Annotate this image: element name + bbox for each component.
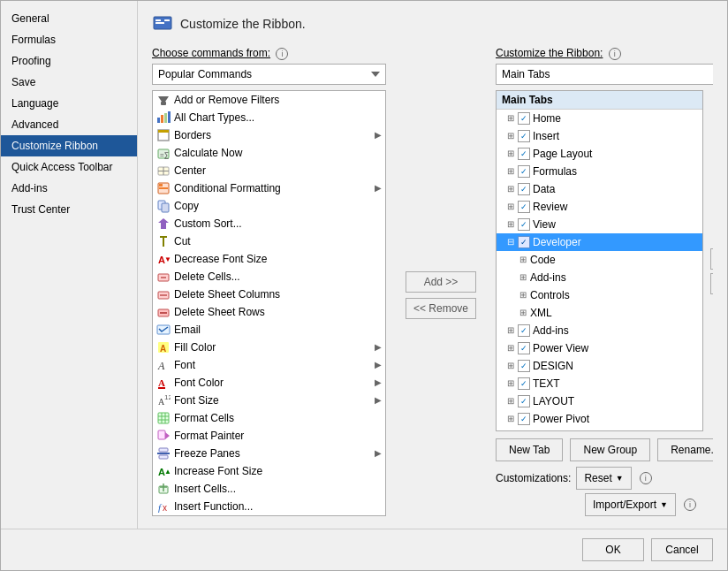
expand-data-icon[interactable]: ⊞ [504, 182, 518, 196]
tree-item-power-pivot[interactable]: ⊞ ✓ Power Pivot [497, 410, 702, 428]
expand-view-icon[interactable]: ⊞ [504, 217, 518, 232]
tree-item-addins-child[interactable]: ⊞ Add-ins [497, 269, 702, 286]
tree-item-insert[interactable]: ⊞ ✓ Insert [497, 127, 702, 145]
expand-page-layout-icon[interactable]: ⊞ [504, 147, 518, 161]
list-item[interactable]: Format Cells [153, 409, 385, 427]
expand-controls-icon[interactable]: ⊞ [516, 288, 530, 302]
sidebar-item-formulas[interactable]: Formulas [1, 29, 137, 50]
list-item[interactable]: Add or Remove Filters [153, 91, 385, 109]
ribbon-type-dropdown[interactable]: Main Tabs Tool Tabs All Tabs [496, 64, 713, 85]
check-home[interactable]: ✓ [518, 112, 530, 125]
expand-home-icon[interactable]: ⊞ [504, 111, 518, 126]
sidebar-item-customize-ribbon[interactable]: Customize Ribbon [1, 135, 137, 156]
ok-button[interactable]: OK [582, 538, 644, 561]
tree-item-view[interactable]: ⊞ ✓ View [497, 216, 702, 233]
expand-formulas-icon[interactable]: ⊞ [504, 164, 518, 179]
move-down-button[interactable]: ▼ [710, 273, 713, 294]
import-export-button[interactable]: Import/Export ▼ [585, 493, 676, 516]
reset-button[interactable]: Reset ▼ [576, 467, 631, 490]
list-item[interactable]: Insert Picture [153, 515, 385, 516]
list-item[interactable]: All Chart Types... [153, 109, 385, 126]
expand-code-icon[interactable]: ⊞ [516, 253, 530, 267]
list-item[interactable]: Center [153, 162, 385, 179]
commands-list[interactable]: Add or Remove Filters All Chart Types...… [152, 90, 386, 516]
new-tab-button[interactable]: New Tab [496, 438, 563, 461]
list-item[interactable]: =∑Calculate Now [153, 144, 385, 162]
check-text[interactable]: ✓ [518, 377, 530, 390]
tree-item-power-view[interactable]: ⊞ ✓ Power View [497, 339, 702, 357]
sidebar-item-language[interactable]: Language [1, 93, 137, 114]
commands-from-dropdown[interactable]: Popular Commands All Commands Macros Fil… [152, 64, 386, 85]
list-item[interactable]: Delete Sheet Columns [153, 286, 385, 303]
list-item[interactable]: A12Font Size▶ [153, 392, 385, 409]
tree-item-design[interactable]: ⊞ ✓ DESIGN [497, 357, 702, 375]
sidebar-item-save[interactable]: Save [1, 72, 137, 93]
check-layout[interactable]: ✓ [518, 395, 530, 407]
tree-item-developer[interactable]: ⊟ ✓ Developer [497, 233, 702, 251]
check-design[interactable]: ✓ [518, 360, 530, 372]
tree-item-text[interactable]: ⊞ ✓ TEXT [497, 375, 702, 392]
list-item[interactable]: AFont Color▶ [153, 374, 385, 392]
list-item[interactable]: Freeze Panes▶ [153, 445, 385, 462]
check-addins-main[interactable]: ✓ [518, 324, 530, 337]
ribbon-tree[interactable]: Main Tabs ⊞ ✓ Home ⊞ ✓ Inser [496, 90, 703, 431]
tree-item-layout[interactable]: ⊞ ✓ LAYOUT [497, 392, 702, 410]
tree-item-team[interactable]: ⊞ ✓ Team [497, 428, 702, 431]
move-up-button[interactable]: ▲ [710, 248, 713, 270]
list-item[interactable]: A▲Increase Font Size [153, 462, 385, 480]
list-item[interactable]: Insert Cells... [153, 480, 385, 498]
check-power-view[interactable]: ✓ [518, 342, 530, 354]
list-item[interactable]: Delete Sheet Rows [153, 303, 385, 321]
check-page-layout[interactable]: ✓ [518, 148, 530, 160]
tree-item-review[interactable]: ⊞ ✓ Review [497, 198, 702, 216]
list-item[interactable]: AFill Color▶ [153, 339, 385, 356]
expand-xml-icon[interactable]: ⊞ [516, 306, 530, 320]
tree-item-home[interactable]: ⊞ ✓ Home [497, 110, 702, 127]
cancel-button[interactable]: Cancel [651, 538, 713, 561]
expand-power-view-icon[interactable]: ⊞ [504, 341, 518, 355]
tree-item-addins-main[interactable]: ⊞ ✓ Add-ins [497, 322, 702, 339]
list-item[interactable]: A▼Decrease Font Size [153, 250, 385, 268]
list-item[interactable]: fxInsert Function... [153, 498, 385, 515]
list-item[interactable]: Custom Sort... [153, 215, 385, 232]
expand-developer-icon[interactable]: ⊟ [504, 235, 518, 249]
list-item[interactable]: Delete Cells... [153, 268, 385, 286]
check-power-pivot[interactable]: ✓ [518, 413, 530, 425]
sidebar-item-trust-center[interactable]: Trust Center [1, 199, 137, 220]
tree-item-formulas[interactable]: ⊞ ✓ Formulas [497, 163, 702, 180]
expand-review-icon[interactable]: ⊞ [504, 200, 518, 214]
check-developer[interactable]: ✓ [518, 236, 530, 248]
tree-item-controls[interactable]: ⊞ Controls [497, 286, 702, 304]
sidebar-item-general[interactable]: General [1, 8, 137, 29]
list-item[interactable]: Borders▶ [153, 126, 385, 144]
tree-item-page-layout[interactable]: ⊞ ✓ Page Layout [497, 145, 702, 163]
list-item[interactable]: Copy [153, 197, 385, 215]
check-team[interactable]: ✓ [518, 430, 530, 431]
list-item[interactable]: Format Painter [153, 427, 385, 445]
expand-design-icon[interactable]: ⊞ [504, 359, 518, 373]
expand-text-icon[interactable]: ⊞ [504, 377, 518, 391]
rename-button[interactable]: Rename... [657, 438, 713, 461]
new-group-button[interactable]: New Group [570, 438, 650, 461]
expand-addins-main-icon[interactable]: ⊞ [504, 324, 518, 338]
check-formulas[interactable]: ✓ [518, 165, 530, 178]
check-data[interactable]: ✓ [518, 183, 530, 195]
expand-power-pivot-icon[interactable]: ⊞ [504, 412, 518, 426]
sidebar-item-addins[interactable]: Add-ins [1, 178, 137, 199]
tree-item-data[interactable]: ⊞ ✓ Data [497, 180, 702, 198]
sidebar-item-proofing[interactable]: Proofing [1, 50, 137, 72]
list-item[interactable]: Email [153, 321, 385, 339]
list-item[interactable]: Cut [153, 232, 385, 250]
check-view[interactable]: ✓ [518, 218, 530, 231]
expand-addins-child-icon[interactable]: ⊞ [516, 270, 530, 285]
sidebar-item-quick-access[interactable]: Quick Access Toolbar [1, 156, 137, 178]
tree-item-xml[interactable]: ⊞ XML [497, 304, 702, 322]
list-item[interactable]: Conditional Formatting▶ [153, 179, 385, 197]
expand-layout-icon[interactable]: ⊞ [504, 394, 518, 408]
check-review[interactable]: ✓ [518, 201, 530, 213]
remove-button[interactable]: << Remove [406, 298, 476, 319]
expand-team-icon[interactable]: ⊞ [504, 430, 518, 431]
tree-item-code[interactable]: ⊞ Code [497, 251, 702, 269]
check-insert[interactable]: ✓ [518, 130, 530, 142]
sidebar-item-advanced[interactable]: Advanced [1, 114, 137, 135]
